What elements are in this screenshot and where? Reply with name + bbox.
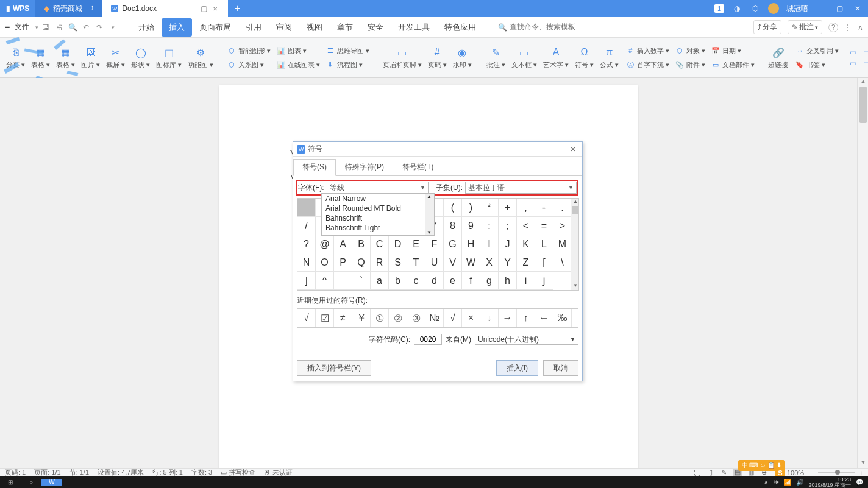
window-maximize[interactable]: ▢: [834, 4, 845, 13]
char-cell[interactable]: ): [462, 199, 480, 217]
char-cell[interactable]: X: [480, 253, 499, 272]
recent-char-cell[interactable]: №: [425, 309, 444, 327]
char-cell[interactable]: R: [371, 253, 389, 272]
recent-char-cell[interactable]: →: [499, 309, 517, 327]
scroll-down-icon[interactable]: ▼: [858, 459, 868, 468]
font-option[interactable]: Bahnschrift Light: [322, 223, 434, 233]
fullscreen-icon[interactable]: ⛶: [693, 469, 702, 476]
charcode-input[interactable]: [414, 334, 442, 345]
scroll-up-icon[interactable]: ▲: [858, 78, 868, 87]
ribbon-截屏[interactable]: ✂截屏 ▾: [104, 46, 127, 69]
ribbon-超链接[interactable]: 🔗超链接: [766, 46, 791, 69]
font-option[interactable]: Bahnschrift SemiBold: [322, 233, 434, 236]
tab-template-store[interactable]: ◆稻壳商城 ⤴: [35, 0, 102, 17]
char-cell[interactable]: T: [407, 253, 425, 272]
subset-combo[interactable]: 基本拉丁语▼: [465, 182, 577, 194]
cancel-button[interactable]: 取消: [543, 360, 578, 376]
char-cell[interactable]: *: [480, 199, 499, 217]
char-cell[interactable]: J: [499, 235, 517, 253]
wps-taskbar-icon[interactable]: W: [41, 479, 62, 486]
char-cell[interactable]: d: [425, 272, 444, 290]
ribbon-水印[interactable]: ◉水印 ▾: [450, 46, 474, 69]
char-cell[interactable]: K: [517, 235, 535, 253]
ribbon-形状[interactable]: ◯形状 ▾: [129, 46, 152, 69]
dialog-titlebar[interactable]: W 符号 ✕: [293, 142, 582, 157]
recent-char-cell[interactable]: √: [444, 309, 462, 327]
char-cell[interactable]: P: [334, 253, 352, 272]
ribbon-思维导图[interactable]: ☰思维导图 ▾: [325, 46, 371, 56]
zoom-in-icon[interactable]: +: [859, 469, 863, 476]
char-cell[interactable]: f: [462, 272, 480, 290]
ribbon-公式[interactable]: π公式 ▾: [597, 46, 621, 69]
char-cell[interactable]: N: [297, 253, 316, 272]
char-cell[interactable]: M: [553, 235, 572, 253]
menu-tab-2[interactable]: 页面布局: [192, 18, 238, 37]
ribbon-符号[interactable]: Ω符号 ▾: [572, 46, 596, 69]
ribbon-表格[interactable]: ▦表格 ▾: [29, 46, 52, 69]
recent-char-cell[interactable]: ②: [389, 309, 407, 327]
insert-button[interactable]: 插入(I): [496, 360, 538, 376]
recent-char-cell[interactable]: ③: [407, 309, 425, 327]
menu-tab-8[interactable]: 开发工具: [391, 18, 437, 37]
qat-undo-icon[interactable]: ↶: [81, 23, 91, 32]
start-button[interactable]: ⊞: [0, 479, 21, 486]
qat-save-icon[interactable]: 🖫: [41, 23, 51, 32]
share-button[interactable]: ⤴分享: [753, 20, 781, 34]
recent-char-cell[interactable]: ×: [462, 309, 480, 327]
char-cell[interactable]: U: [425, 253, 444, 272]
window-close[interactable]: ✕: [852, 4, 863, 13]
ribbon-对象[interactable]: ⬡对象 ▾: [674, 46, 706, 56]
recent-char-cell[interactable]: ↑: [517, 309, 535, 327]
char-cell[interactable]: ^: [316, 272, 334, 290]
tray-network-icon[interactable]: 🕪: [773, 479, 779, 486]
char-cell[interactable]: ]: [297, 272, 316, 290]
scroll-thumb[interactable]: [859, 87, 867, 123]
edit-icon[interactable]: ✎: [720, 469, 728, 476]
menu-tab-6[interactable]: 章节: [330, 18, 360, 37]
recent-char-cell[interactable]: ☑: [316, 309, 334, 327]
menu-tab-1[interactable]: 插入: [162, 18, 192, 37]
search-icon[interactable]: ○: [21, 479, 41, 486]
char-cell[interactable]: `: [352, 272, 371, 290]
dialog-tab-2[interactable]: 符号栏(T): [393, 159, 443, 175]
qat-redo-icon[interactable]: ↷: [94, 23, 104, 32]
chevron-down-icon[interactable]: ▼: [420, 185, 425, 191]
ribbon-智能图形[interactable]: ⬡智能图形 ▾: [226, 46, 272, 56]
ribbon-mini-icon[interactable]: ▭: [850, 59, 861, 68]
char-cell[interactable]: .: [553, 199, 572, 217]
help-icon[interactable]: ?: [828, 23, 838, 32]
char-cell[interactable]: e: [444, 272, 462, 290]
file-menu[interactable]: 文件: [15, 22, 29, 32]
ribbon-在线图表[interactable]: 📊在线图表 ▾: [276, 60, 321, 70]
dialog-close-icon[interactable]: ✕: [567, 145, 578, 154]
ribbon-文档部件[interactable]: ▭文档部件 ▾: [710, 60, 756, 70]
taskbar-clock[interactable]: 10:23 2019/8/19 星期一: [808, 477, 851, 488]
grid-scrollbar[interactable]: ▲ ▼: [571, 198, 579, 291]
char-cell[interactable]: \: [553, 253, 572, 272]
char-cell[interactable]: <: [517, 217, 535, 235]
tab-close-icon[interactable]: ✕: [211, 4, 219, 13]
recent-symbols-grid[interactable]: √☑≠￥①②③№√×↓→↑←‰: [297, 308, 578, 328]
ribbon-文本框[interactable]: ▭文本框 ▾: [509, 46, 539, 69]
char-cell[interactable]: [334, 272, 352, 290]
ribbon-批注[interactable]: ✎批注 ▾: [484, 46, 508, 69]
tray-wifi-icon[interactable]: 📶: [784, 479, 791, 486]
recent-char-cell[interactable]: ←: [535, 309, 553, 327]
char-cell[interactable]: L: [535, 235, 553, 253]
font-option[interactable]: Bahnschrift: [322, 213, 434, 223]
char-cell[interactable]: /: [297, 217, 316, 235]
char-cell[interactable]: ?: [297, 235, 316, 253]
notifications-icon[interactable]: 💬: [856, 479, 863, 486]
recent-char-cell[interactable]: √: [297, 309, 316, 327]
collapse-ribbon-icon[interactable]: ∧: [858, 23, 863, 32]
char-cell[interactable]: =: [535, 217, 553, 235]
font-combo[interactable]: 等线▼: [327, 182, 429, 194]
ribbon-插入数字[interactable]: #插入数字 ▾: [625, 46, 671, 56]
char-cell[interactable]: Y: [499, 253, 517, 272]
dialog-tab-0[interactable]: 符号(S): [293, 159, 336, 176]
ribbon-书签[interactable]: 🔖书签 ▾: [794, 60, 840, 70]
char-cell[interactable]: c: [407, 272, 425, 290]
char-cell[interactable]: D: [389, 235, 407, 253]
char-cell[interactable]: E: [407, 235, 425, 253]
char-cell[interactable]: +: [499, 199, 517, 217]
